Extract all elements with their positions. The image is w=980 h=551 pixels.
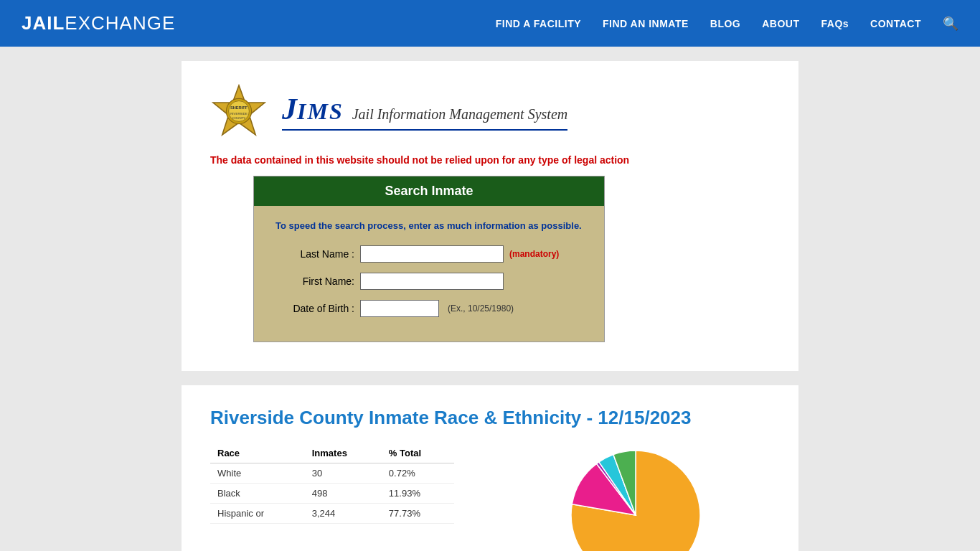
- nav-about[interactable]: ABOUT: [762, 18, 799, 29]
- last-name-row: Last Name : (mandatory): [275, 245, 583, 263]
- table-row: Black49811.93%: [210, 484, 454, 504]
- pie-chart-wrap: [501, 443, 770, 551]
- logo-jail-text: JAIL: [22, 12, 65, 34]
- jims-j-letter: J: [282, 92, 297, 126]
- pct-cell: 77.73%: [382, 504, 454, 524]
- race-cell: White: [210, 463, 305, 484]
- svg-text:COUNTY: COUNTY: [232, 116, 246, 120]
- dob-input[interactable]: [360, 300, 439, 317]
- table-row: Hispanic or3,24477.73%: [210, 504, 454, 524]
- svg-text:RIVERSIDE: RIVERSIDE: [230, 112, 248, 116]
- dob-row: Date of Birth : (Ex., 10/25/1980): [275, 300, 583, 317]
- logo-exchange-text: EXCHANGE: [65, 12, 175, 34]
- main-nav: FIND A FACILITY FIND AN INMATE BLOG ABOU…: [496, 16, 958, 32]
- inmates-cell: 30: [305, 463, 382, 484]
- sheriff-badge-icon: SHERIFF RIVERSIDE COUNTY: [210, 83, 268, 140]
- col-pct: % Total: [382, 443, 454, 463]
- nav-find-inmate[interactable]: FIND AN INMATE: [603, 18, 689, 29]
- svg-text:SHERIFF: SHERIFF: [230, 105, 248, 110]
- col-race: Race: [210, 443, 305, 463]
- dob-hint-text: (Ex., 10/25/1980): [448, 303, 514, 314]
- site-header: JAIL EXCHANGE FIND A FACILITY FIND AN IN…: [0, 0, 980, 47]
- nav-find-facility[interactable]: FIND A FACILITY: [496, 18, 581, 29]
- search-box-header: Search Inmate: [254, 176, 604, 206]
- stats-layout: Race Inmates % Total White300.72%Black49…: [210, 443, 770, 551]
- inmates-cell: 3,244: [305, 504, 382, 524]
- stats-table: Race Inmates % Total White300.72%Black49…: [210, 443, 454, 524]
- pct-cell: 11.93%: [382, 484, 454, 504]
- race-cell: Hispanic or: [210, 504, 305, 524]
- search-inmate-box: Search Inmate To speed the search proces…: [253, 176, 605, 342]
- first-name-input[interactable]: [360, 273, 504, 290]
- table-row: White300.72%: [210, 463, 454, 484]
- col-inmates: Inmates: [305, 443, 382, 463]
- race-cell: Black: [210, 484, 305, 504]
- warning-text: The data contained in this website shoul…: [210, 154, 770, 166]
- jims-logo: J IMS Jail Information Management System: [282, 92, 567, 131]
- first-name-row: First Name:: [275, 273, 583, 290]
- nav-blog[interactable]: BLOG: [710, 18, 740, 29]
- search-hint-text: To speed the search process, enter as mu…: [275, 220, 583, 231]
- jims-underline: [282, 129, 567, 131]
- jims-ims-text: IMS: [297, 98, 344, 125]
- first-name-label: First Name:: [275, 276, 354, 287]
- site-logo[interactable]: JAIL EXCHANGE: [22, 12, 175, 34]
- facility-logo-area: SHERIFF RIVERSIDE COUNTY J IMS Jail Info…: [210, 83, 770, 140]
- nav-faqs[interactable]: FAQs: [821, 18, 849, 29]
- dob-label: Date of Birth :: [275, 303, 354, 314]
- nav-contact[interactable]: CONTACT: [870, 18, 921, 29]
- inmates-cell: 498: [305, 484, 382, 504]
- pie-chart: [564, 443, 707, 551]
- last-name-label: Last Name :: [275, 248, 354, 260]
- search-icon-button[interactable]: 🔍: [943, 16, 958, 32]
- stats-card: Riverside County Inmate Race & Ethnicity…: [182, 385, 798, 551]
- stats-table-wrap: Race Inmates % Total White300.72%Black49…: [210, 443, 479, 524]
- stats-title: Riverside County Inmate Race & Ethnicity…: [210, 407, 770, 429]
- search-box-body: To speed the search process, enter as mu…: [254, 206, 604, 342]
- pct-cell: 0.72%: [382, 463, 454, 484]
- last-name-input[interactable]: [360, 245, 504, 263]
- main-content-card: SHERIFF RIVERSIDE COUNTY J IMS Jail Info…: [182, 61, 798, 371]
- mandatory-label: (mandatory): [509, 249, 559, 259]
- jims-subtitle-text: Jail Information Management System: [352, 106, 568, 123]
